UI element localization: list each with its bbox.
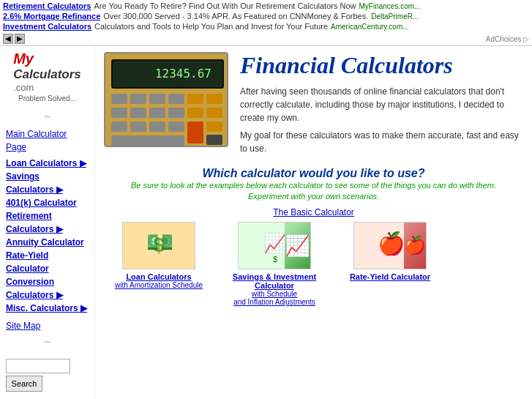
svg-text:💵: 💵: [146, 229, 174, 256]
svg-rect-19: [168, 122, 184, 132]
basic-calculator-link[interactable]: The Basic Calculator: [273, 207, 354, 217]
svg-rect-24: [123, 222, 195, 269]
sidebar-section-main: Main Calculator Page: [6, 127, 89, 154]
ad-desc-retirement: Are You Ready To Retire? Find Out With O…: [94, 1, 356, 10]
ad-row-1: Retirement Calculators Are You Ready To …: [3, 1, 529, 10]
svg-rect-20: [187, 122, 203, 143]
svg-rect-23: [111, 135, 184, 146]
calc-thumb-loan: 💵: [122, 222, 195, 269]
ad-nav-next[interactable]: ▶: [15, 34, 25, 44]
ad-link-investment[interactable]: Investment Calculators: [3, 22, 91, 31]
svg-rect-17: [130, 122, 146, 132]
sidebar: My Calculators .com Problem Solved... ~ …: [0, 46, 95, 399]
ad-link-mortgage[interactable]: 2.6% Mortgage Refinance: [3, 12, 100, 20]
ad-bar: Retirement Calculators Are You Ready To …: [0, 0, 532, 46]
savings-svg: 📈 $: [239, 222, 285, 269]
ad-link-retirement[interactable]: Retirement Calculators: [3, 1, 91, 10]
content-area: My Calculators .com Problem Solved... ~ …: [0, 46, 532, 399]
logo-dot-com: .com: [13, 82, 34, 93]
which-calc-sub2: Experiment with your own scenarios.: [104, 191, 523, 202]
tilde-2: ~: [6, 336, 89, 349]
calc-grid: 💵 Loan Calculators with Amortization Sch…: [104, 222, 523, 306]
ad-choices-label: AdChoices ▷: [486, 35, 529, 43]
rate-calc-label[interactable]: Rate-Yield Calculator: [350, 272, 430, 281]
ad-row-2: 2.6% Mortgage Refinance Over 300,000 Ser…: [3, 12, 529, 20]
sidebar-item-misc[interactable]: Misc. Calculators ▶: [6, 302, 89, 315]
svg-rect-13: [168, 108, 184, 118]
sidebar-item-401k[interactable]: 401(k) Calculator: [6, 196, 89, 209]
hero-title: Financial Calculators: [240, 52, 523, 79]
sidebar-item-annuity[interactable]: Annuity Calculator: [6, 236, 89, 249]
svg-rect-15: [206, 108, 222, 118]
loan-svg: 💵: [123, 222, 195, 269]
sidebar-item-main[interactable]: Main Calculator Page: [6, 127, 89, 154]
ad-desc-mortgage: Over 300,000 Served - 3.14% APR. As Feat…: [103, 12, 368, 20]
svg-text:$: $: [273, 256, 277, 264]
search-box: Search: [6, 359, 89, 392]
svg-rect-16: [111, 122, 127, 132]
svg-rect-5: [130, 94, 146, 104]
loan-calc-label[interactable]: Loan Calculators: [126, 272, 191, 281]
main-content: 12345.67: [95, 46, 532, 399]
tilde-1: ~: [6, 111, 89, 124]
svg-rect-11: [130, 108, 146, 118]
ad-source-investment: AmericanCentury.com...: [331, 23, 409, 31]
svg-text:📈: 📈: [263, 231, 285, 255]
which-calc-sub: Be sure to look at the examples below ea…: [104, 180, 523, 191]
svg-rect-4: [111, 94, 127, 104]
which-calc-heading: Which calculator would you like to use?: [104, 167, 523, 180]
ad-source-mortgage: DeltaPrimeR...: [371, 12, 419, 20]
ad-desc-investment: Calculators and Tools to Help You Plan a…: [94, 22, 328, 31]
ad-source-retirement: MyFinances.com...: [359, 2, 421, 10]
rate-svg: 🍎: [354, 222, 404, 269]
svg-rect-10: [111, 108, 127, 118]
calc-card-loan: 💵 Loan Calculators with Amortization Sch…: [104, 222, 214, 306]
logo-area: My Calculators .com Problem Solved...: [6, 51, 89, 102]
sidebar-item-loan[interactable]: Loan Calculators ▶: [6, 157, 89, 170]
hero-desc-2: My goal for these calculators was to mak…: [240, 129, 523, 155]
calc-image-inner: 12345.67: [105, 53, 227, 146]
hero-desc: After having seen thousands of online fi…: [240, 85, 523, 155]
svg-rect-18: [149, 122, 165, 132]
svg-rect-8: [187, 94, 203, 104]
ad-nav-prev[interactable]: ◀: [3, 34, 13, 44]
hero-section: 12345.67: [104, 52, 523, 160]
hero-desc-1: After having seen thousands of online fi…: [240, 85, 523, 124]
sidebar-item-retirement[interactable]: Retirement Calculators ▶: [6, 209, 89, 236]
ad-nav: ◀ ▶ AdChoices ▷: [3, 34, 529, 44]
savings-calc-sublabel: with Schedule and Inflation Adjustments: [233, 290, 315, 306]
logo: My Calculators .com: [13, 51, 81, 93]
svg-rect-7: [168, 94, 184, 104]
logo-my: My: [13, 51, 34, 67]
svg-text:🍎: 🍎: [378, 231, 405, 257]
sidebar-item-savings[interactable]: Savings Calculators ▶: [6, 170, 89, 196]
logo-tagline: Problem Solved...: [18, 94, 76, 102]
ad-row-3: Investment Calculators Calculators and T…: [3, 22, 529, 31]
search-button[interactable]: Search: [6, 376, 42, 392]
loan-calc-sublabel: with Amortization Schedule: [115, 281, 203, 289]
svg-rect-12: [149, 108, 165, 118]
page-wrapper: Retirement Calculators Are You Ready To …: [0, 0, 532, 399]
svg-rect-6: [149, 94, 165, 104]
calc-thumb-rate: 🍎: [353, 222, 427, 269]
sidebar-nav: Main Calculator Page Loan Calculators ▶ …: [6, 127, 89, 332]
svg-rect-14: [187, 108, 203, 118]
svg-text:12345.67: 12345.67: [155, 67, 211, 81]
calc-card-savings: 📈 $ Savings & Investment Calculator with…: [220, 222, 329, 306]
search-input[interactable]: [6, 359, 70, 373]
which-calc-section: Which calculator would you like to use? …: [104, 167, 523, 203]
calc-svg: 12345.67: [105, 53, 228, 147]
svg-rect-22: [206, 135, 222, 145]
svg-rect-21: [206, 122, 222, 132]
basic-link-section: The Basic Calculator: [104, 207, 523, 217]
calc-thumb-savings: 📈 $: [238, 222, 311, 269]
sidebar-item-conversion[interactable]: Conversion Calculators ▶: [6, 275, 89, 302]
logo-calculators: Calculators: [13, 67, 81, 81]
svg-rect-9: [206, 94, 222, 104]
savings-calc-label[interactable]: Savings & Investment Calculator: [220, 272, 329, 290]
calc-card-rate: 🍎 Rate-Yield Calculator: [335, 222, 445, 306]
hero-text: Financial Calculators After having seen …: [240, 52, 523, 160]
sidebar-item-sitemap[interactable]: Site Map: [6, 319, 89, 332]
sidebar-item-rate-yield[interactable]: Rate-Yield Calculator: [6, 249, 89, 275]
calculator-image: 12345.67: [104, 52, 228, 147]
